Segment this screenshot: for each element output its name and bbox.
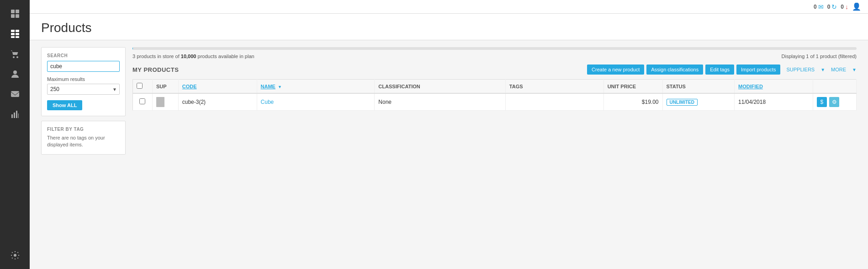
more-dropdown-icon: ▼ (852, 67, 857, 72)
row-name-cell: Cube (257, 93, 375, 111)
product-name-link[interactable]: Cube (261, 99, 274, 105)
search-input[interactable] (47, 61, 120, 72)
right-panel: 3 products in store of 10,000 products a… (132, 47, 857, 159)
table-body: cube-3(2) Cube None (133, 93, 857, 111)
row-modified-cell: 11/04/2018 (735, 93, 813, 111)
svg-rect-1 (16, 10, 19, 13)
products-section-header: MY PRODUCTS Create a new product Assign … (132, 65, 857, 75)
sidebar-item-products[interactable] (6, 25, 24, 43)
name-sort-link[interactable]: NAME (261, 84, 275, 89)
row-tags-cell (505, 93, 603, 111)
svg-rect-14 (11, 114, 13, 118)
product-count-info: 3 products in store of 10,000 products a… (132, 54, 254, 59)
sidebar-item-customers[interactable] (6, 65, 24, 83)
plan-suffix: products available in plan (198, 54, 254, 59)
edit-tags-button[interactable]: Edit tags (705, 65, 734, 75)
product-settings-button[interactable]: ⚙ (829, 97, 839, 107)
col-price-header: UNIT PRICE (603, 80, 662, 94)
col-tags-header: TAGS (505, 80, 603, 94)
plan-count: 10,000 (181, 54, 196, 59)
svg-rect-0 (11, 10, 15, 13)
supplier-icon (156, 97, 164, 107)
modified-sort-link[interactable]: MODIFIED (738, 84, 763, 89)
table-row: cube-3(2) Cube None (133, 93, 857, 111)
svg-rect-8 (11, 36, 15, 38)
section-title: MY PRODUCTS (132, 66, 179, 73)
suppliers-dropdown-icon: ▼ (820, 67, 825, 72)
refresh-icon[interactable]: ↻ (831, 3, 837, 11)
svg-point-18 (14, 254, 16, 257)
progress-bar (132, 47, 857, 50)
svg-rect-7 (16, 33, 19, 35)
svg-rect-15 (14, 113, 15, 118)
max-results-select[interactable]: 50 100 250 500 (47, 84, 120, 95)
svg-rect-5 (16, 30, 19, 32)
status-badge: UNLIMITED (667, 99, 698, 106)
svg-rect-2 (11, 14, 15, 18)
row-status-cell: UNLIMITED (662, 93, 735, 111)
download-icon[interactable]: ↓ (845, 3, 848, 11)
search-panel: SEARCH Maximum results 50 100 250 500 ▼ … (41, 47, 126, 116)
search-label: SEARCH (47, 53, 120, 58)
sidebar-item-reports[interactable] (6, 105, 24, 124)
col-sup-header: SUP (152, 80, 178, 94)
import-products-button[interactable]: Import products (736, 65, 780, 75)
product-count-prefix: 3 products in store of (132, 54, 180, 59)
row-checkbox[interactable] (139, 98, 145, 104)
row-classification-cell: None (375, 93, 505, 111)
sup-header-label: SUP (156, 84, 167, 89)
row-sup-cell (152, 93, 178, 111)
svg-rect-9 (16, 36, 19, 38)
sidebar-item-dashboard[interactable] (6, 5, 24, 23)
left-panel: SEARCH Maximum results 50 100 250 500 ▼ … (41, 47, 126, 159)
table-header-row: SUP CODE NAME ▼ CLASSIFICATION (133, 80, 857, 94)
products-table: SUP CODE NAME ▼ CLASSIFICATION (132, 79, 857, 111)
sidebar-item-settings[interactable] (6, 246, 24, 264)
create-product-button[interactable]: Create a new product (587, 65, 644, 75)
topbar-download: 0 ↓ (841, 3, 848, 11)
svg-rect-6 (11, 33, 15, 35)
product-info-bar: 3 products in store of 10,000 products a… (132, 54, 857, 59)
product-classification: None (378, 99, 392, 105)
svg-rect-3 (16, 14, 19, 18)
content-area: SEARCH Maximum results 50 100 250 500 ▼ … (30, 40, 868, 166)
svg-point-12 (13, 70, 17, 74)
row-actions-cell: $ ⚙ (813, 93, 856, 111)
notifications-count: 0 (814, 4, 817, 10)
code-sort-link[interactable]: CODE (182, 84, 197, 89)
col-status-header: STATUS (662, 80, 735, 94)
col-modified-header: MODIFIED (735, 80, 813, 94)
mail-icon[interactable]: ✉ (818, 3, 824, 11)
col-classification-header: CLASSIFICATION (375, 80, 505, 94)
display-info: Displaying 1 of 1 product (filtered) (782, 54, 857, 59)
layout-row: SEARCH Maximum results 50 100 250 500 ▼ … (41, 47, 857, 159)
col-code-header: CODE (178, 80, 257, 94)
user-icon[interactable]: 👤 (852, 2, 861, 11)
max-results-label: Maximum results (47, 76, 120, 82)
product-pricing-button[interactable]: $ (817, 97, 827, 107)
svg-rect-17 (18, 113, 19, 118)
main-content: 0 ✉ 0 ↻ 0 ↓ 👤 Products SEARCH Maximum re… (30, 0, 868, 269)
show-all-button[interactable]: Show ALL (47, 100, 82, 110)
row-price-cell: $19.00 (603, 93, 662, 111)
filter-tag-label: FILTER BY TAG (47, 127, 120, 132)
table-header: SUP CODE NAME ▼ CLASSIFICATION (133, 80, 857, 94)
assign-classifications-button[interactable]: Assign classifications (646, 65, 703, 75)
status-header-label: STATUS (667, 84, 686, 89)
refresh-count: 0 (827, 4, 831, 10)
suppliers-button[interactable]: SUPPLIERS (783, 65, 818, 75)
product-modified-date: 11/04/2018 (738, 99, 766, 105)
select-all-checkbox[interactable] (137, 83, 143, 89)
page-title: Products (41, 21, 857, 35)
svg-rect-16 (16, 111, 17, 118)
topbar-notifications: 0 ✉ (814, 3, 824, 11)
tags-header-label: TAGS (509, 84, 523, 89)
price-header-label: UNIT PRICE (608, 84, 636, 89)
product-code: cube-3(2) (182, 99, 206, 105)
row-code-cell: cube-3(2) (178, 93, 257, 111)
filter-tag-panel: FILTER BY TAG There are no tags on your … (41, 121, 126, 155)
sidebar-item-messages[interactable] (6, 85, 24, 103)
classification-header-label: CLASSIFICATION (378, 84, 420, 89)
more-button[interactable]: MORE (827, 65, 850, 75)
sidebar-item-orders[interactable] (6, 45, 24, 63)
